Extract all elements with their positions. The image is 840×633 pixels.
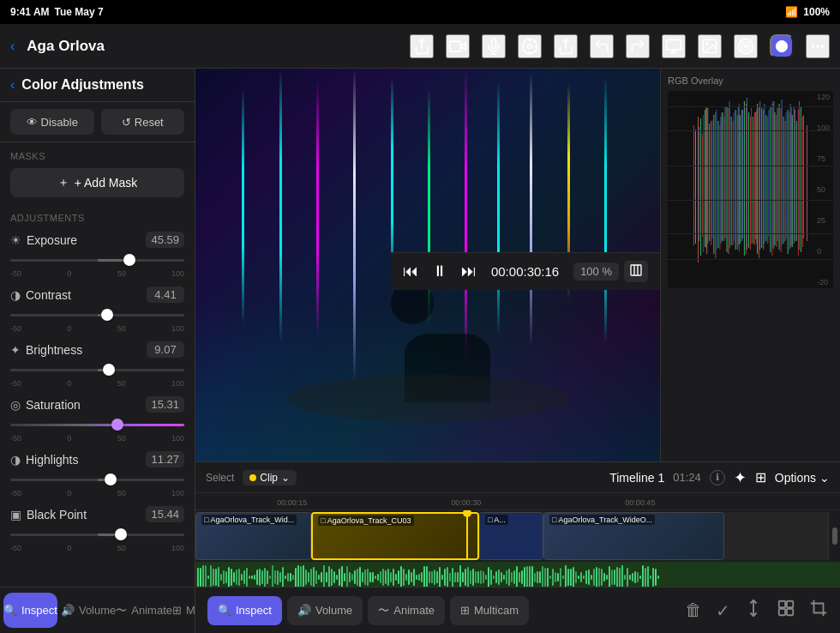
camera-icon[interactable] bbox=[446, 34, 470, 58]
timeline-right: Timeline 1 01:24 ℹ ✦ ⊞ Options ⌄ bbox=[609, 468, 830, 487]
back-button[interactable]: ‹ bbox=[10, 39, 15, 54]
svg-point-17 bbox=[822, 45, 824, 47]
inspect-bottom-tab[interactable]: 🔍 Inspect bbox=[207, 596, 282, 625]
center-area: ⏮ ⏸ ⏭ 00:00:30:16 100 % RGB Overlay bbox=[195, 69, 840, 633]
inspect-icon: 🔍 bbox=[3, 604, 17, 617]
panel-title: Color Adjustments bbox=[21, 77, 144, 93]
svg-rect-107 bbox=[787, 601, 793, 607]
ambient-glow bbox=[195, 304, 660, 461]
bottom-action-bar: 🔍 Inspect 🔊 Volume 〜 Animate ⊞ Multicam bbox=[195, 587, 840, 633]
timecode-display: 00:00:30:16 bbox=[491, 264, 559, 279]
animate-tab[interactable]: 〜 Animate bbox=[116, 588, 172, 633]
brightness-slider[interactable] bbox=[10, 361, 184, 378]
badge-icon[interactable] bbox=[734, 34, 758, 58]
grid-icon[interactable]: ⊞ bbox=[755, 469, 766, 485]
svg-point-11 bbox=[706, 42, 709, 45]
highlights-icon: ◑ bbox=[10, 453, 21, 467]
contrast-slider[interactable] bbox=[10, 306, 184, 323]
exposure-label: Exposure bbox=[27, 233, 77, 247]
volume-icon: 🔊 bbox=[61, 604, 75, 617]
share-icon[interactable] bbox=[410, 34, 434, 58]
timeline-info-button[interactable]: ℹ bbox=[710, 470, 725, 485]
detach-button[interactable] bbox=[777, 599, 795, 622]
timeline-area: Select Clip ⌄ Timeline 1 01:24 ℹ ✦ ⊞ Opt… bbox=[195, 461, 840, 633]
mic-icon[interactable] bbox=[482, 34, 506, 58]
add-mask-button[interactable]: ＋ + Add Mask bbox=[10, 168, 184, 197]
adjustments-scroll: ☀ Exposure 45.59 -50050100 bbox=[0, 226, 195, 587]
status-time: 9:41 AM bbox=[10, 6, 50, 18]
brightness-icon: ✦ bbox=[10, 343, 21, 357]
split-button[interactable] bbox=[744, 599, 763, 622]
svg-point-13 bbox=[741, 42, 750, 51]
export-icon[interactable] bbox=[554, 34, 578, 58]
saturation-slider[interactable] bbox=[10, 416, 184, 433]
saturation-label: Saturation bbox=[26, 398, 81, 412]
zoom-level: 100 % bbox=[573, 262, 619, 280]
top-toolbar: ‹ Aga Orlova bbox=[0, 24, 840, 69]
audio-track bbox=[195, 562, 840, 587]
highlights-slider[interactable] bbox=[10, 471, 184, 488]
volume-tab[interactable]: 🔊 Volume bbox=[61, 588, 116, 633]
track-end-handle[interactable] bbox=[828, 512, 840, 560]
rgb-overlay-label: RGB Overlay bbox=[668, 75, 833, 86]
exposure-value: 45.59 bbox=[146, 232, 184, 248]
bottom-tabs: 🔍 Inspect 🔊 Volume 〜 Animate ⊞ Multicam bbox=[0, 587, 195, 633]
clip-2[interactable]: □ AgaOrlova_Track_CU03 bbox=[311, 512, 479, 560]
volume-bottom-tab[interactable]: 🔊 Volume bbox=[287, 596, 363, 625]
svg-point-15 bbox=[776, 40, 787, 51]
blackpoint-slider[interactable] bbox=[10, 526, 184, 543]
status-date: Tue May 7 bbox=[55, 6, 104, 18]
ruler-mark-30: 00:00:30 bbox=[451, 498, 481, 507]
svg-rect-0 bbox=[450, 41, 461, 51]
exposure-slider[interactable] bbox=[10, 251, 184, 268]
photo-icon[interactable] bbox=[698, 34, 722, 58]
timeline-duration: 01:24 bbox=[673, 471, 701, 484]
neon-1 bbox=[242, 88, 244, 324]
animate-icon: 〜 bbox=[116, 603, 127, 618]
active-tool-icon[interactable] bbox=[770, 34, 794, 58]
checkmark-button[interactable]: ✓ bbox=[716, 600, 730, 621]
multicam-bottom-tab[interactable]: ⊞ Multicam bbox=[450, 596, 529, 625]
inspect-tab[interactable]: 🔍 Inspect bbox=[3, 593, 57, 628]
pause-button[interactable]: ⏸ bbox=[432, 262, 447, 280]
volume-bottom-icon: 🔊 bbox=[297, 604, 311, 617]
panel-back-button[interactable]: ‹ bbox=[10, 77, 15, 93]
clip-1-label: □ AgaOrlova_Track_Wid... bbox=[201, 515, 297, 525]
neon-2 bbox=[279, 69, 282, 344]
zoom-fit-button[interactable] bbox=[624, 261, 648, 282]
brightness-value: 9.07 bbox=[147, 341, 184, 358]
svg-point-16 bbox=[817, 45, 819, 47]
svg-rect-109 bbox=[787, 609, 793, 615]
display-icon[interactable] bbox=[662, 34, 686, 58]
more-icon[interactable] bbox=[806, 34, 830, 58]
contrast-icon: ◑ bbox=[10, 288, 21, 302]
options-button[interactable]: Options ⌄ bbox=[775, 471, 830, 485]
trash-button[interactable]: 🗑 bbox=[685, 600, 702, 620]
saturation-icon: ◎ bbox=[10, 398, 21, 412]
clip-3[interactable]: □ A... bbox=[479, 512, 543, 560]
crop-button[interactable] bbox=[809, 599, 828, 622]
rewind-button[interactable]: ⏮ bbox=[403, 262, 418, 280]
location-icon[interactable] bbox=[518, 34, 542, 58]
timeline-ruler: 00:00:15 00:00:30 00:00:45 bbox=[195, 493, 840, 510]
playhead bbox=[466, 512, 468, 560]
fast-forward-button[interactable]: ⏭ bbox=[461, 262, 477, 280]
rgb-label-0: 0 bbox=[817, 247, 830, 256]
multicam-tab[interactable]: ⊞ Multicam bbox=[172, 588, 195, 633]
ruler-mark-15: 00:00:15 bbox=[277, 498, 307, 507]
clip-badge[interactable]: Clip ⌄ bbox=[243, 470, 297, 485]
clip-1[interactable]: □ AgaOrlova_Track_Wid... bbox=[195, 512, 311, 560]
timeline-name: Timeline 1 bbox=[609, 471, 664, 485]
disable-button[interactable]: 👁 Disable bbox=[10, 109, 94, 135]
main-layout: ‹ Color Adjustments 👁 Disable ↺ Reset MA… bbox=[0, 69, 840, 633]
undo-icon[interactable] bbox=[590, 34, 614, 58]
animate-bottom-tab[interactable]: 〜 Animate bbox=[368, 596, 445, 625]
wifi-icon: 📶 bbox=[785, 6, 798, 18]
svg-point-18 bbox=[812, 45, 813, 47]
sparkle-icon[interactable]: ✦ bbox=[734, 468, 747, 487]
reset-icon: ↺ bbox=[122, 116, 131, 129]
reset-button[interactable]: ↺ Reset bbox=[101, 109, 185, 135]
panel-header: ‹ Color Adjustments bbox=[0, 69, 195, 102]
redo-icon[interactable] bbox=[626, 34, 650, 58]
clip-4[interactable]: □ AgaOrlova_Track_WideO... bbox=[543, 512, 724, 560]
